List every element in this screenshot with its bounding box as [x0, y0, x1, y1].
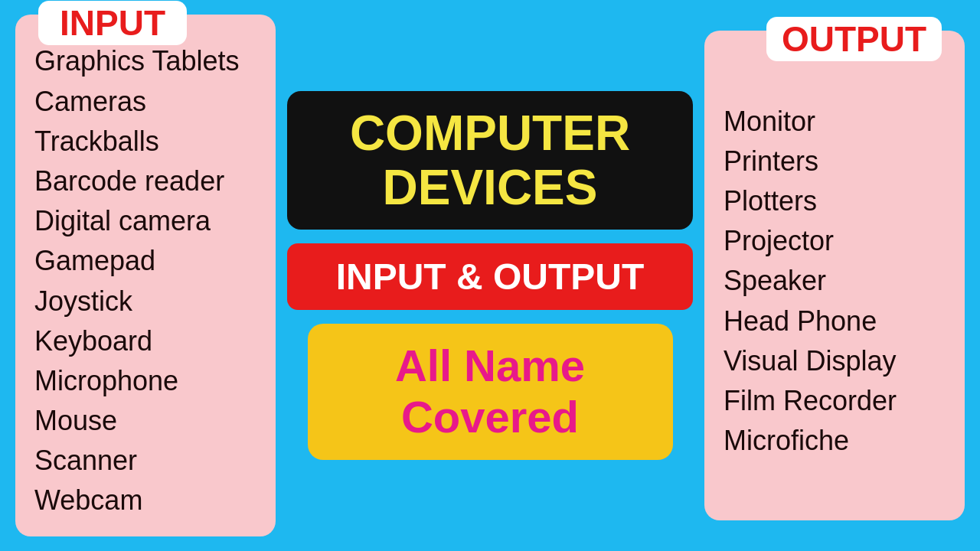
list-item: Printers — [724, 142, 949, 181]
output-label: OUTPUT — [782, 19, 926, 59]
list-item: Monitor — [724, 102, 949, 142]
list-item: Head Phone — [724, 302, 949, 341]
list-item: Digital camera — [34, 201, 260, 241]
title-box: COMPUTER DEVICES — [287, 91, 693, 230]
list-item: Trackballs — [34, 122, 260, 161]
list-item: Barcode reader — [34, 161, 260, 201]
list-item: Graphics Tablets — [34, 41, 260, 81]
input-panel: INPUT Graphics TabletsCamerasTrackballsB… — [15, 15, 276, 536]
output-list: MonitorPrintersPlottersProjectorSpeakerH… — [724, 102, 949, 461]
center-panel: COMPUTER DEVICES INPUT & OUTPUT All Name… — [287, 91, 693, 459]
list-item: Plotters — [724, 181, 949, 221]
input-badge: INPUT — [38, 1, 187, 45]
title-line2: DEVICES — [318, 161, 662, 214]
covered-line1: All Name — [338, 341, 642, 392]
io-badge: INPUT & OUTPUT — [287, 243, 693, 310]
list-item: Scanner — [34, 441, 260, 481]
list-item: Keyboard — [34, 321, 260, 361]
covered-box: All Name Covered — [308, 324, 673, 459]
list-item: Cameras — [34, 82, 260, 122]
list-item: Microphone — [34, 361, 260, 401]
list-item: Gamepad — [34, 241, 260, 281]
list-item: Joystick — [34, 282, 260, 321]
output-badge: OUTPUT — [766, 17, 942, 61]
list-item: Mouse — [34, 401, 260, 441]
list-item: Speaker — [724, 261, 949, 301]
input-list: Graphics TabletsCamerasTrackballsBarcode… — [34, 41, 260, 520]
list-item: Film Recorder — [724, 381, 949, 421]
list-item: Visual Display — [724, 341, 949, 381]
list-item: Projector — [724, 221, 949, 261]
list-item: Microfiche — [724, 421, 949, 461]
title-line1: COMPUTER — [318, 106, 662, 160]
io-label: INPUT & OUTPUT — [336, 256, 645, 297]
output-panel: OUTPUT MonitorPrintersPlottersProjectorS… — [704, 31, 965, 520]
list-item: Webcam — [34, 481, 260, 520]
covered-line2: Covered — [338, 392, 642, 443]
main-layout: INPUT Graphics TabletsCamerasTrackballsB… — [0, 0, 980, 551]
input-label: INPUT — [60, 3, 165, 43]
